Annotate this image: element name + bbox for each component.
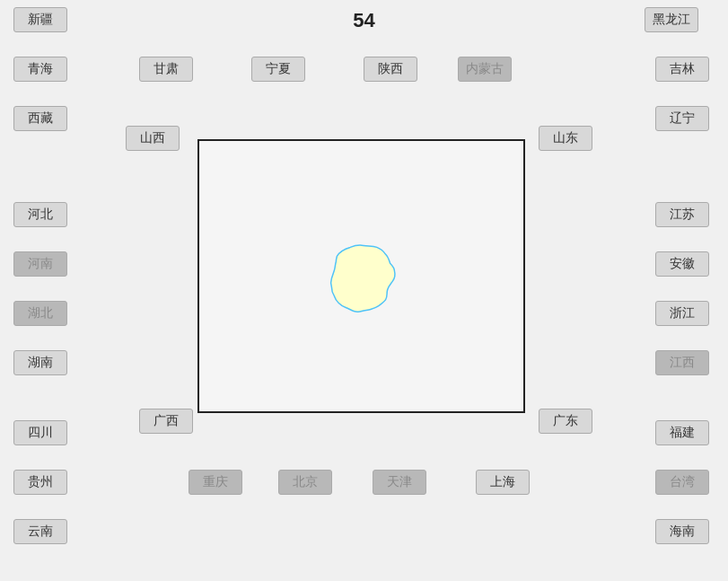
province-btn-guizhou[interactable]: 贵州 xyxy=(13,470,67,495)
province-btn-qinghai[interactable]: 青海 xyxy=(13,57,67,82)
province-btn-jilin[interactable]: 吉林 xyxy=(655,57,709,82)
province-btn-anhui[interactable]: 安徽 xyxy=(655,251,709,277)
province-btn-hainan[interactable]: 海南 xyxy=(655,519,709,544)
province-btn-jiangsu[interactable]: 江苏 xyxy=(655,202,709,227)
province-btn-hebei[interactable]: 河北 xyxy=(13,202,67,227)
province-btn-shanghai[interactable]: 上海 xyxy=(476,470,530,495)
province-btn-beijing: 北京 xyxy=(278,470,332,495)
province-btn-chongqing: 重庆 xyxy=(189,470,242,495)
province-btn-liaoning[interactable]: 辽宁 xyxy=(655,106,709,131)
province-btn-neimenggu: 内蒙古 xyxy=(458,57,512,82)
province-btn-fujian[interactable]: 福建 xyxy=(655,420,709,445)
province-btn-hubei: 湖北 xyxy=(13,301,67,326)
province-btn-shaanxi[interactable]: 陕西 xyxy=(364,57,417,82)
province-btn-shanxi[interactable]: 山西 xyxy=(126,126,180,151)
province-btn-xizang[interactable]: 西藏 xyxy=(13,106,67,131)
province-btn-heilongjiang[interactable]: 黑龙江 xyxy=(645,7,698,32)
province-btn-xinjiang[interactable]: 新疆 xyxy=(13,7,67,32)
province-btn-yunnan[interactable]: 云南 xyxy=(13,519,67,544)
province-btn-zhejiang[interactable]: 浙江 xyxy=(655,301,709,326)
province-btn-hunan[interactable]: 湖南 xyxy=(13,350,67,375)
province-btn-gansu[interactable]: 甘肃 xyxy=(139,57,193,82)
province-btn-shandong[interactable]: 山东 xyxy=(539,126,592,151)
map-container xyxy=(197,139,525,413)
province-btn-guangxi[interactable]: 广西 xyxy=(139,409,193,434)
province-btn-henan: 河南 xyxy=(13,251,67,277)
score-display: 54 xyxy=(353,9,374,32)
province-btn-jiangxi: 江西 xyxy=(655,350,709,375)
province-btn-sichuan[interactable]: 四川 xyxy=(13,420,67,445)
province-btn-guangdong[interactable]: 广东 xyxy=(539,409,592,434)
province-btn-ningxia[interactable]: 宁夏 xyxy=(251,57,305,82)
province-btn-taiwan: 台湾 xyxy=(655,470,709,495)
province-btn-tianjin: 天津 xyxy=(373,470,426,495)
